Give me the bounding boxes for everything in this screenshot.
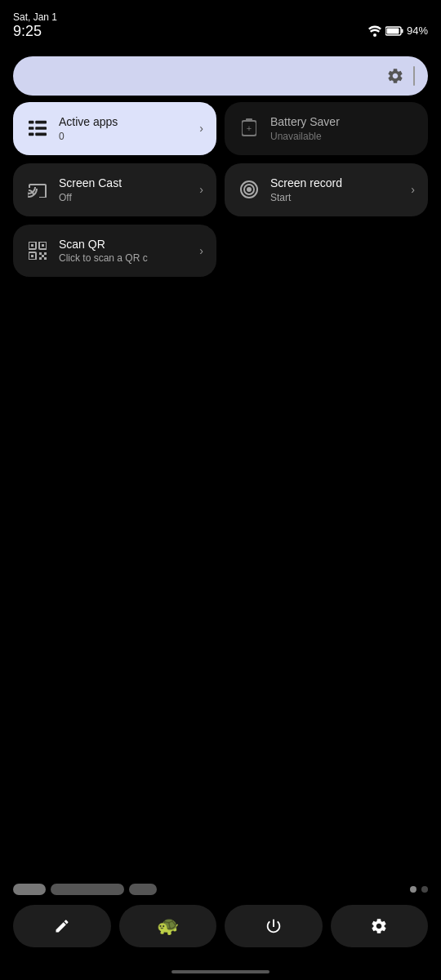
screen-record-title: Screen record: [270, 176, 401, 190]
turtle-icon: 🐢: [157, 915, 179, 937]
screen-cast-title: Screen Cast: [59, 176, 189, 190]
power-button[interactable]: [225, 905, 323, 947]
tile-screen-record[interactable]: Screen record Start ›: [225, 163, 428, 216]
svg-point-15: [247, 187, 252, 192]
status-left: Sat, Jan 1 9:25: [13, 11, 57, 40]
svg-rect-26: [42, 255, 44, 257]
status-bar: Sat, Jan 1 9:25 94%: [0, 0, 441, 43]
scan-qr-text: Scan QR Click to scan a QR c: [59, 238, 189, 265]
status-date: Sat, Jan 1: [13, 11, 57, 23]
tiles-grid: Active apps 0 › + Battery Saver Unavaila…: [13, 102, 428, 277]
screen-cast-text: Screen Cast Off: [59, 176, 189, 203]
tile-screen-cast[interactable]: Screen Cast Off ›: [13, 163, 216, 216]
pagination-area: [13, 884, 428, 895]
svg-rect-6: [29, 127, 33, 131]
home-indicator[interactable]: [172, 970, 270, 973]
edit-icon: [54, 918, 70, 934]
svg-rect-22: [39, 252, 42, 255]
battery-saver-text: Battery Saver Unavailable: [270, 115, 415, 142]
page-dot-2: [421, 886, 428, 893]
battery-status-icon: [385, 26, 403, 36]
svg-point-0: [373, 33, 376, 37]
qr-icon: [26, 239, 49, 262]
wifi-icon: [368, 25, 382, 37]
screen-cast-arrow: ›: [199, 183, 203, 196]
svg-rect-9: [35, 133, 47, 136]
page-block-1: [13, 884, 46, 895]
status-icons: [368, 25, 403, 37]
page-block-2: [51, 884, 124, 895]
svg-rect-4: [29, 121, 33, 124]
record-icon: [238, 178, 261, 201]
tile-active-apps[interactable]: Active apps 0 ›: [13, 102, 216, 155]
scan-qr-title: Scan QR: [59, 238, 189, 252]
active-apps-text: Active apps 0: [59, 115, 189, 142]
svg-rect-17: [31, 244, 33, 247]
active-apps-arrow: ›: [199, 122, 203, 135]
status-time: 9:25: [13, 23, 57, 40]
svg-rect-8: [29, 133, 33, 136]
cast-icon: [26, 178, 49, 201]
settings-button[interactable]: [331, 905, 429, 947]
battery-saver-icon: +: [238, 117, 261, 140]
screen-record-arrow: ›: [411, 183, 415, 196]
settings-btn-icon: [370, 917, 388, 935]
screen-cast-subtitle: Off: [59, 192, 189, 203]
battery-saver-subtitle: Unavailable: [270, 131, 415, 142]
battery-percent: 94%: [407, 24, 428, 37]
svg-rect-7: [35, 127, 47, 131]
bottom-section: 🐢: [0, 884, 441, 947]
svg-rect-3: [401, 29, 403, 33]
scan-qr-arrow: ›: [199, 244, 203, 257]
page-dots: [410, 886, 428, 893]
edit-button[interactable]: [13, 905, 111, 947]
scan-qr-subtitle: Click to scan a QR c: [59, 252, 189, 264]
svg-rect-25: [44, 257, 47, 260]
screen-record-text: Screen record Start: [270, 176, 401, 203]
svg-rect-19: [42, 244, 44, 247]
battery-saver-title: Battery Saver: [270, 115, 415, 129]
tile-battery-saver[interactable]: + Battery Saver Unavailable: [225, 102, 428, 155]
turtle-button[interactable]: 🐢: [119, 905, 217, 947]
active-apps-title: Active apps: [59, 115, 189, 129]
page-block-3: [129, 884, 157, 895]
power-icon: [265, 917, 283, 935]
action-buttons: 🐢: [13, 905, 428, 947]
search-bar[interactable]: [13, 56, 428, 96]
settings-icon[interactable]: [384, 65, 407, 87]
svg-rect-24: [39, 257, 42, 260]
tile-scan-qr[interactable]: Scan QR Click to scan a QR c ›: [13, 225, 216, 278]
list-icon: [26, 117, 49, 140]
search-divider: [413, 66, 415, 86]
screen-record-subtitle: Start: [270, 192, 401, 203]
svg-rect-5: [35, 121, 47, 124]
svg-rect-23: [44, 252, 47, 255]
svg-rect-2: [386, 28, 399, 33]
active-apps-count: 0: [59, 131, 189, 142]
svg-rect-21: [31, 255, 33, 257]
svg-text:+: +: [247, 123, 252, 133]
page-dot-1: [410, 886, 416, 893]
page-indicators: [13, 884, 157, 895]
status-right: 94%: [368, 11, 428, 37]
